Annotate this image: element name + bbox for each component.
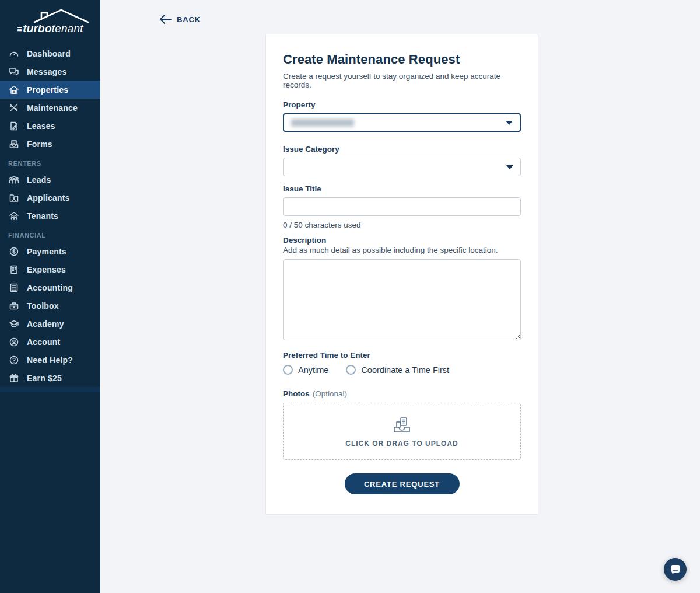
turbotenant-logo[interactable]: ≡turbotenant <box>0 0 100 44</box>
sidebar-item-forms[interactable]: Forms <box>0 135 100 153</box>
properties-icon <box>8 84 20 96</box>
accounting-icon <box>8 282 20 294</box>
sidebar: ≡turbotenant Dashboard Messages Properti… <box>0 0 100 593</box>
sidebar-item-tenants[interactable]: Tenants <box>0 207 100 225</box>
upload-photos-icon <box>392 416 412 434</box>
toolbox-icon <box>8 300 20 312</box>
speed-lines-icon: ≡ <box>17 24 22 34</box>
sidebar-item-label: Payments <box>27 247 66 256</box>
sidebar-item-label: Account <box>27 337 60 347</box>
issue-category-field: Issue Category <box>283 145 521 176</box>
sidebar-item-label: Messages <box>27 67 67 76</box>
page-subtitle: Create a request yourself to stay organi… <box>283 72 521 89</box>
section-label-financial: FINANCIAL <box>0 225 100 242</box>
photos-label-row: Photos (Optional) <box>283 389 521 398</box>
expenses-icon <box>8 264 20 275</box>
photos-label: Photos <box>283 389 310 398</box>
leads-icon <box>8 174 20 186</box>
submit-row: CREATE REQUEST <box>283 473 521 494</box>
chevron-down-icon <box>506 121 513 125</box>
sidebar-item-label: Leads <box>27 175 51 184</box>
sidebar-item-label: Forms <box>27 139 52 149</box>
description-label: Description <box>283 236 521 245</box>
property-field: Property <box>283 100 521 132</box>
sidebar-item-label: Toolbox <box>27 301 59 311</box>
sidebar-item-label: Academy <box>27 319 64 329</box>
description-textarea[interactable] <box>283 259 521 340</box>
messages-icon <box>8 66 20 78</box>
sidebar-bottom-strip <box>0 387 100 392</box>
issue-category-label: Issue Category <box>283 145 521 154</box>
back-button[interactable]: BACK <box>159 14 201 25</box>
sidebar-item-earn[interactable]: Earn $25 <box>0 369 100 387</box>
photos-optional-label: (Optional) <box>313 389 347 398</box>
sidebar-item-expenses[interactable]: Expenses <box>0 260 100 278</box>
sidebar-item-dashboard[interactable]: Dashboard <box>0 44 100 62</box>
sidebar-item-account[interactable]: Account <box>0 333 100 351</box>
upload-instruction: CLICK OR DRAG TO UPLOAD <box>345 439 458 448</box>
radio-circle-icon <box>346 365 356 375</box>
sidebar-item-label: Dashboard <box>27 49 71 58</box>
turbotenant-roof-logo <box>33 8 89 23</box>
description-helper: Add as much detail as possible including… <box>283 246 521 254</box>
issue-title-input[interactable] <box>283 197 521 216</box>
create-request-button[interactable]: CREATE REQUEST <box>345 473 460 494</box>
chat-launcher-button[interactable] <box>664 558 687 581</box>
sidebar-item-label: Leases <box>27 121 55 131</box>
radio-label: Coordinate a Time First <box>361 365 449 375</box>
sidebar-item-leads[interactable]: Leads <box>0 170 100 189</box>
radio-anytime[interactable]: Anytime <box>283 365 328 375</box>
sidebar-item-payments[interactable]: Payments <box>0 242 100 260</box>
sidebar-item-label: Accounting <box>27 283 73 292</box>
sidebar-item-toolbox[interactable]: Toolbox <box>0 296 100 315</box>
help-icon <box>8 354 20 366</box>
issue-title-label: Issue Title <box>283 184 521 193</box>
sidebar-item-applicants[interactable]: Applicants <box>0 189 100 207</box>
sidebar-item-label: Expenses <box>27 265 66 274</box>
sidebar-item-need-help[interactable]: Need Help? <box>0 351 100 369</box>
sidebar-item-label: Need Help? <box>27 355 73 365</box>
sidebar-item-label: Earn $25 <box>27 374 62 383</box>
preferred-time-field: Preferred Time to Enter Anytime Coordina… <box>283 351 521 375</box>
leases-icon <box>8 120 20 132</box>
back-label: BACK <box>177 15 201 24</box>
sidebar-item-properties[interactable]: Properties <box>0 81 100 99</box>
sidebar-nav: Dashboard Messages Properties Maintenanc… <box>0 44 100 387</box>
character-counter: 0 / 50 characters used <box>283 221 521 229</box>
sidebar-item-accounting[interactable]: Accounting <box>0 278 100 296</box>
property-select[interactable] <box>283 113 521 132</box>
sidebar-item-messages[interactable]: Messages <box>0 62 100 81</box>
tenants-icon <box>8 210 20 222</box>
property-selected-value-redacted <box>291 119 354 127</box>
sidebar-item-label: Properties <box>27 85 68 95</box>
academy-icon <box>8 318 20 330</box>
sidebar-item-label: Maintenance <box>27 103 78 113</box>
chat-bubble-icon <box>670 564 681 575</box>
property-label: Property <box>283 100 521 109</box>
issue-title-field: Issue Title 0 / 50 characters used <box>283 184 521 229</box>
radio-coordinate-time[interactable]: Coordinate a Time First <box>346 365 449 375</box>
gift-icon <box>8 372 20 384</box>
maintenance-icon <box>8 102 20 114</box>
sidebar-item-maintenance[interactable]: Maintenance <box>0 99 100 117</box>
sidebar-item-label: Applicants <box>27 193 70 203</box>
payments-icon <box>8 246 20 257</box>
sidebar-item-leases[interactable]: Leases <box>0 117 100 135</box>
sidebar-item-academy[interactable]: Academy <box>0 315 100 333</box>
applicants-icon <box>8 192 20 204</box>
section-label-renters: RENTERS <box>0 153 100 170</box>
issue-category-select[interactable] <box>283 158 521 176</box>
dashboard-icon <box>8 48 20 60</box>
forms-icon <box>8 138 20 150</box>
turbotenant-wordmark: ≡turbotenant <box>17 22 83 35</box>
preferred-time-options: Anytime Coordinate a Time First <box>283 365 521 375</box>
arrow-left-icon <box>159 14 172 25</box>
create-maintenance-request-card: Create Maintenance Request Create a requ… <box>265 34 538 515</box>
page-title: Create Maintenance Request <box>283 52 521 67</box>
radio-label: Anytime <box>298 365 328 375</box>
account-icon <box>8 336 20 348</box>
photo-upload-dropzone[interactable]: CLICK OR DRAG TO UPLOAD <box>283 403 521 460</box>
sidebar-item-label: Tenants <box>27 211 58 221</box>
photos-field: Photos (Optional) CLICK OR DRAG TO UPLOA… <box>283 389 521 460</box>
preferred-time-label: Preferred Time to Enter <box>283 351 521 360</box>
